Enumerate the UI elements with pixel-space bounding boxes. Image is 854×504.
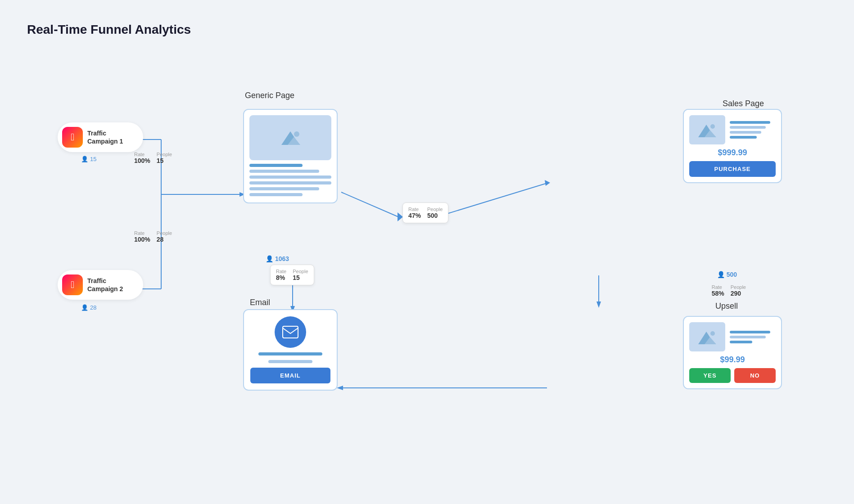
upsell-card-inner: $99.99 YES NO — [684, 317, 781, 388]
sales-price: $999.99 — [689, 148, 776, 158]
rate-box-campaign-2: Rate 100% People 28 — [134, 230, 172, 243]
upsell-page-card[interactable]: $99.99 YES NO — [683, 316, 782, 389]
no-button[interactable]: NO — [734, 368, 776, 383]
purchase-button[interactable]: PURCHASE — [689, 161, 776, 177]
svg-marker-8 — [545, 180, 550, 186]
yes-button[interactable]: YES — [689, 368, 731, 383]
email-label: Email — [250, 298, 270, 307]
traffic-campaign-1-node[interactable]:  Traffic Campaign 1 — [58, 122, 143, 152]
people-icon-1: 👤 — [81, 156, 88, 162]
people-icon-sales: 👤 — [717, 271, 725, 278]
upsell-label: Upsell — [715, 302, 738, 311]
upsell-buttons: YES NO — [689, 368, 776, 383]
svg-marker-10 — [596, 302, 601, 308]
sales-page-people: 👤 500 — [717, 271, 737, 278]
people-icon-2: 👤 — [81, 304, 88, 311]
svg-point-17 — [294, 131, 299, 137]
instagram-icon-2:  — [62, 274, 83, 295]
page: Real-Time Funnel Analytics — [0, 0, 854, 504]
email-card-inner: EMAIL — [244, 310, 337, 390]
generic-page-image — [249, 115, 331, 160]
traffic-campaign-1-label: Traffic Campaign 1 — [87, 129, 135, 145]
rate-box-to-sales: Rate 47% People 500 — [402, 202, 448, 223]
upsell-card-top — [689, 322, 776, 351]
page-title: Real-Time Funnel Analytics — [27, 22, 827, 37]
upsell-text-lines — [730, 322, 770, 351]
sales-card-top — [689, 115, 776, 144]
generic-page-label: Generic Page — [245, 91, 294, 100]
svg-point-20 — [710, 124, 715, 129]
svg-rect-24 — [283, 326, 298, 338]
email-envelope-icon — [282, 326, 298, 338]
sales-mountain-icon — [696, 121, 718, 139]
traffic-campaign-1-people: 👤 15 — [81, 156, 96, 162]
sales-page-label: Sales Page — [723, 99, 764, 108]
rate-box-email: Rate 8% People 15 — [270, 265, 314, 285]
upsell-mountain-icon — [696, 328, 718, 346]
upsell-price: $99.99 — [689, 355, 776, 364]
svg-marker-12 — [337, 386, 343, 390]
generic-page-lines — [244, 164, 337, 202]
sales-text-lines — [730, 115, 770, 144]
email-page-card[interactable]: EMAIL — [243, 309, 338, 391]
email-field-line-1 — [258, 352, 322, 356]
generic-page-people: 👤 1063 — [266, 255, 289, 262]
canvas:  Traffic Campaign 1 👤 15 Rate 100% Peop… — [27, 64, 827, 491]
traffic-campaign-2-node[interactable]:  Traffic Campaign 2 — [58, 270, 143, 300]
sales-card-inner: $999.99 PURCHASE — [684, 110, 781, 182]
sales-page-card[interactable]: $999.99 PURCHASE — [683, 109, 782, 183]
mountain-icon — [278, 127, 303, 148]
svg-line-7 — [437, 183, 547, 217]
email-icon-circle — [275, 316, 306, 348]
svg-line-5 — [341, 192, 398, 217]
email-button[interactable]: EMAIL — [250, 368, 330, 383]
generic-page-card[interactable] — [243, 109, 338, 203]
people-icon-generic: 👤 — [266, 255, 273, 262]
rate-box-sales-to-upsell: Rate 58% People 290 — [712, 284, 746, 297]
svg-point-23 — [710, 331, 715, 336]
traffic-campaign-2-people: 👤 28 — [81, 304, 96, 311]
rate-box-campaign-1: Rate 100% People 15 — [134, 152, 172, 164]
traffic-campaign-2-label: Traffic Campaign 2 — [87, 277, 135, 293]
sales-thumb-image — [689, 115, 725, 144]
upsell-thumb-image — [689, 322, 725, 351]
email-field-line-2 — [268, 360, 312, 363]
instagram-icon-1:  — [62, 127, 83, 148]
